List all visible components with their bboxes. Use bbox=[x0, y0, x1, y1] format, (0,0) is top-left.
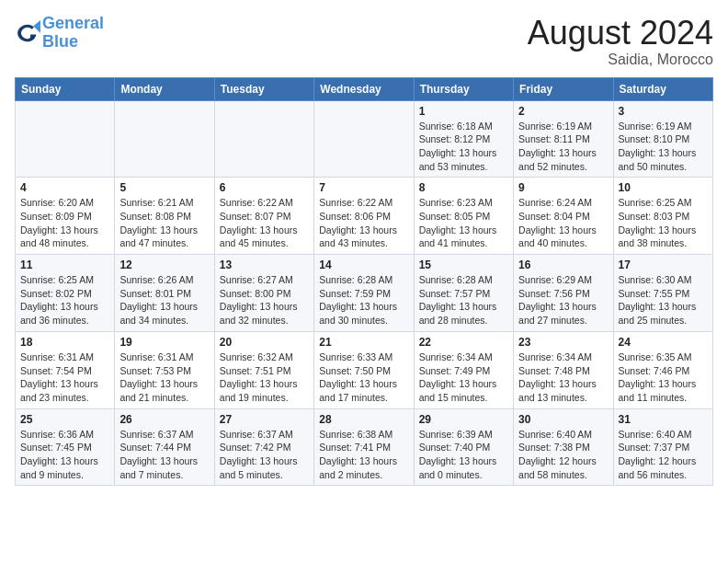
day-number: 26 bbox=[119, 413, 209, 426]
day-number: 13 bbox=[220, 259, 309, 271]
week-row-5: 25Sunrise: 6:36 AM Sunset: 7:45 PM Dayli… bbox=[16, 408, 713, 486]
logo: General Blue bbox=[15, 15, 104, 52]
day-number: 25 bbox=[20, 413, 109, 426]
day-cell: 28Sunrise: 6:38 AM Sunset: 7:41 PM Dayli… bbox=[314, 408, 414, 486]
day-number: 9 bbox=[518, 181, 608, 194]
day-cell: 3Sunrise: 6:19 AM Sunset: 8:10 PM Daylig… bbox=[613, 100, 712, 178]
day-number: 7 bbox=[319, 181, 408, 194]
day-number: 28 bbox=[319, 413, 408, 426]
day-cell: 17Sunrise: 6:30 AM Sunset: 7:55 PM Dayli… bbox=[613, 255, 712, 332]
calendar-header: SundayMondayTuesdayWednesdayThursdayFrid… bbox=[16, 77, 713, 100]
day-cell: 29Sunrise: 6:39 AM Sunset: 7:40 PM Dayli… bbox=[414, 408, 513, 486]
day-info: Sunrise: 6:39 AM Sunset: 7:40 PM Dayligh… bbox=[419, 428, 508, 482]
day-number: 15 bbox=[419, 259, 508, 271]
day-info: Sunrise: 6:37 AM Sunset: 7:42 PM Dayligh… bbox=[220, 428, 309, 482]
day-info: Sunrise: 6:30 AM Sunset: 7:55 PM Dayligh… bbox=[619, 273, 708, 327]
logo-text: General Blue bbox=[42, 15, 104, 52]
day-info: Sunrise: 6:34 AM Sunset: 7:48 PM Dayligh… bbox=[518, 350, 608, 405]
day-info: Sunrise: 6:22 AM Sunset: 8:06 PM Dayligh… bbox=[319, 196, 408, 250]
day-info: Sunrise: 6:29 AM Sunset: 7:56 PM Dayligh… bbox=[518, 273, 608, 327]
logo-icon bbox=[15, 20, 40, 46]
day-cell: 8Sunrise: 6:23 AM Sunset: 8:05 PM Daylig… bbox=[414, 178, 513, 255]
title-block: August 2024 Saidia, Morocco bbox=[528, 15, 713, 68]
day-cell: 25Sunrise: 6:36 AM Sunset: 7:45 PM Dayli… bbox=[16, 408, 115, 486]
day-info: Sunrise: 6:24 AM Sunset: 8:04 PM Dayligh… bbox=[518, 196, 608, 250]
page: General Blue August 2024 Saidia, Morocco… bbox=[0, 0, 728, 563]
week-row-2: 4Sunrise: 6:20 AM Sunset: 8:09 PM Daylig… bbox=[16, 178, 713, 255]
day-cell: 14Sunrise: 6:28 AM Sunset: 7:59 PM Dayli… bbox=[314, 255, 414, 332]
day-number: 19 bbox=[119, 336, 209, 349]
day-cell: 5Sunrise: 6:21 AM Sunset: 8:08 PM Daylig… bbox=[115, 178, 214, 255]
day-cell bbox=[115, 100, 214, 178]
day-cell: 9Sunrise: 6:24 AM Sunset: 8:04 PM Daylig… bbox=[514, 178, 613, 255]
day-cell: 22Sunrise: 6:34 AM Sunset: 7:49 PM Dayli… bbox=[414, 331, 513, 408]
main-title: August 2024 bbox=[528, 15, 713, 52]
day-cell: 27Sunrise: 6:37 AM Sunset: 7:42 PM Dayli… bbox=[214, 408, 313, 486]
day-number: 31 bbox=[619, 413, 708, 426]
day-number: 2 bbox=[518, 105, 608, 118]
day-info: Sunrise: 6:31 AM Sunset: 7:54 PM Dayligh… bbox=[20, 350, 109, 405]
header: General Blue August 2024 Saidia, Morocco bbox=[15, 15, 713, 68]
day-number: 3 bbox=[619, 105, 708, 118]
day-cell: 18Sunrise: 6:31 AM Sunset: 7:54 PM Dayli… bbox=[16, 331, 115, 408]
header-row: SundayMondayTuesdayWednesdayThursdayFrid… bbox=[16, 77, 713, 100]
day-number: 11 bbox=[20, 259, 109, 271]
day-info: Sunrise: 6:40 AM Sunset: 7:38 PM Dayligh… bbox=[518, 428, 608, 482]
day-cell: 31Sunrise: 6:40 AM Sunset: 7:37 PM Dayli… bbox=[613, 408, 712, 486]
calendar-body: 1Sunrise: 6:18 AM Sunset: 8:12 PM Daylig… bbox=[16, 100, 713, 486]
day-cell: 11Sunrise: 6:25 AM Sunset: 8:02 PM Dayli… bbox=[16, 255, 115, 332]
day-cell: 4Sunrise: 6:20 AM Sunset: 8:09 PM Daylig… bbox=[16, 178, 115, 255]
week-row-1: 1Sunrise: 6:18 AM Sunset: 8:12 PM Daylig… bbox=[16, 100, 713, 178]
day-info: Sunrise: 6:20 AM Sunset: 8:09 PM Dayligh… bbox=[20, 196, 109, 250]
day-number: 6 bbox=[220, 181, 309, 194]
day-cell: 19Sunrise: 6:31 AM Sunset: 7:53 PM Dayli… bbox=[115, 331, 214, 408]
day-cell: 21Sunrise: 6:33 AM Sunset: 7:50 PM Dayli… bbox=[314, 331, 414, 408]
day-cell: 23Sunrise: 6:34 AM Sunset: 7:48 PM Dayli… bbox=[514, 331, 613, 408]
day-number: 8 bbox=[419, 181, 508, 194]
header-day-tuesday: Tuesday bbox=[214, 77, 313, 100]
day-info: Sunrise: 6:33 AM Sunset: 7:50 PM Dayligh… bbox=[319, 350, 408, 405]
header-day-saturday: Saturday bbox=[613, 77, 712, 100]
day-info: Sunrise: 6:37 AM Sunset: 7:44 PM Dayligh… bbox=[119, 428, 209, 482]
day-info: Sunrise: 6:18 AM Sunset: 8:12 PM Dayligh… bbox=[419, 120, 508, 174]
day-number: 27 bbox=[220, 413, 309, 426]
day-cell: 20Sunrise: 6:32 AM Sunset: 7:51 PM Dayli… bbox=[214, 331, 313, 408]
day-number: 4 bbox=[20, 181, 109, 194]
day-number: 12 bbox=[119, 259, 209, 271]
day-cell: 16Sunrise: 6:29 AM Sunset: 7:56 PM Dayli… bbox=[514, 255, 613, 332]
day-cell bbox=[16, 100, 115, 178]
header-day-friday: Friday bbox=[514, 77, 613, 100]
day-info: Sunrise: 6:35 AM Sunset: 7:46 PM Dayligh… bbox=[619, 350, 708, 405]
calendar-table: SundayMondayTuesdayWednesdayThursdayFrid… bbox=[15, 77, 713, 487]
day-number: 29 bbox=[419, 413, 508, 426]
day-cell: 13Sunrise: 6:27 AM Sunset: 8:00 PM Dayli… bbox=[214, 255, 313, 332]
header-day-thursday: Thursday bbox=[414, 77, 513, 100]
day-cell: 26Sunrise: 6:37 AM Sunset: 7:44 PM Dayli… bbox=[115, 408, 214, 486]
header-day-sunday: Sunday bbox=[16, 77, 115, 100]
day-info: Sunrise: 6:26 AM Sunset: 8:01 PM Dayligh… bbox=[119, 273, 209, 327]
day-info: Sunrise: 6:38 AM Sunset: 7:41 PM Dayligh… bbox=[319, 428, 408, 482]
day-info: Sunrise: 6:32 AM Sunset: 7:51 PM Dayligh… bbox=[220, 350, 309, 405]
day-info: Sunrise: 6:21 AM Sunset: 8:08 PM Dayligh… bbox=[119, 196, 209, 250]
week-row-4: 18Sunrise: 6:31 AM Sunset: 7:54 PM Dayli… bbox=[16, 331, 713, 408]
day-info: Sunrise: 6:25 AM Sunset: 8:03 PM Dayligh… bbox=[619, 196, 708, 250]
day-info: Sunrise: 6:19 AM Sunset: 8:10 PM Dayligh… bbox=[619, 120, 708, 174]
day-number: 17 bbox=[619, 259, 708, 271]
day-info: Sunrise: 6:19 AM Sunset: 8:11 PM Dayligh… bbox=[518, 120, 608, 174]
day-info: Sunrise: 6:28 AM Sunset: 7:59 PM Dayligh… bbox=[319, 273, 408, 327]
day-number: 23 bbox=[518, 336, 608, 349]
day-cell: 1Sunrise: 6:18 AM Sunset: 8:12 PM Daylig… bbox=[414, 100, 513, 178]
subtitle: Saidia, Morocco bbox=[528, 52, 713, 68]
day-info: Sunrise: 6:40 AM Sunset: 7:37 PM Dayligh… bbox=[619, 428, 708, 482]
day-number: 1 bbox=[419, 105, 508, 118]
header-day-monday: Monday bbox=[115, 77, 214, 100]
day-number: 22 bbox=[419, 336, 508, 349]
day-info: Sunrise: 6:25 AM Sunset: 8:02 PM Dayligh… bbox=[20, 273, 109, 327]
day-number: 30 bbox=[518, 413, 608, 426]
day-info: Sunrise: 6:23 AM Sunset: 8:05 PM Dayligh… bbox=[419, 196, 508, 250]
day-number: 5 bbox=[119, 181, 209, 194]
day-cell: 15Sunrise: 6:28 AM Sunset: 7:57 PM Dayli… bbox=[414, 255, 513, 332]
day-info: Sunrise: 6:28 AM Sunset: 7:57 PM Dayligh… bbox=[419, 273, 508, 327]
day-info: Sunrise: 6:31 AM Sunset: 7:53 PM Dayligh… bbox=[119, 350, 209, 405]
day-number: 20 bbox=[220, 336, 309, 349]
